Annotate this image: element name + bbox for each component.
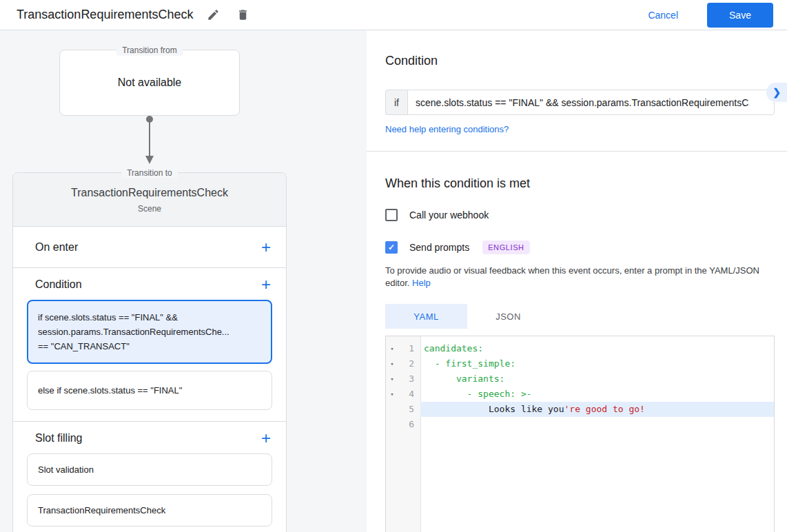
condition-editor-section: Condition if Need help entering conditio… (367, 30, 787, 135)
edit-scene-button[interactable] (204, 6, 223, 24)
editor-line: ▾4 - speech: >- (386, 387, 774, 402)
editor-line: ▾3 variants: (386, 371, 774, 387)
line-number: 5 (398, 402, 420, 417)
fold-arrow-icon[interactable]: ▾ (386, 387, 398, 402)
scene-name: TransactionRequirementsCheck (13, 187, 286, 199)
editor-line: ▾1candidates: (386, 341, 774, 356)
arrow-down-icon (141, 116, 158, 165)
fold-arrow-icon[interactable]: ▾ (386, 371, 398, 387)
delete-scene-button[interactable] (234, 6, 252, 24)
on-enter-label: On enter (35, 241, 78, 254)
slot-card-list: Slot validationTransactionRequirementsCh… (13, 453, 286, 532)
condition-help-link[interactable]: Need help entering conditions? (385, 124, 509, 134)
transition-from-box: Transition from Not available (59, 50, 240, 116)
line-number: 2 (398, 356, 420, 371)
send-prompts-row: ✓ Send prompts ENGLISH (385, 241, 775, 254)
code-line: variants: (420, 371, 774, 387)
fold-arrow-icon[interactable]: ▾ (386, 341, 398, 356)
language-badge: ENGLISH (482, 241, 530, 254)
condition-section: Condition + if scene.slots.status == "FI… (13, 268, 286, 422)
add-condition-button[interactable]: + (261, 277, 271, 292)
line-number: 3 (398, 371, 420, 387)
scene-type-label: Scene (13, 204, 286, 214)
transition-from-legend: Transition from (116, 45, 183, 56)
condition-section-label: Condition (35, 278, 82, 291)
slot-filling-card[interactable]: Slot validation (27, 453, 272, 486)
prompt-helper-text: To provide audio or visual feedback when… (385, 265, 775, 289)
slot-filling-section: Slot filling + Slot validationTransactio… (13, 422, 286, 532)
scene-diagram-panel: Transition from Not available Transition… (0, 30, 367, 532)
code-editor[interactable]: ▾1candidates:▾2 - first_simple:▾3 varian… (385, 336, 775, 532)
code-line (420, 417, 774, 432)
if-prefix-label: if (385, 90, 407, 115)
fold-arrow-icon[interactable]: ▾ (386, 356, 398, 371)
check-icon: ✓ (388, 243, 395, 252)
cancel-button[interactable]: Cancel (644, 9, 682, 21)
main-content: Transition from Not available Transition… (0, 30, 787, 532)
slot-filling-section-label: Slot filling (35, 432, 82, 444)
line-number: 1 (398, 341, 420, 356)
transition-from-value: Not available (118, 76, 182, 89)
send-prompts-label: Send prompts (409, 242, 469, 253)
code-line: - first_simple: (420, 356, 774, 371)
condition-card[interactable]: else if scene.slots.status == "FINAL" (27, 371, 272, 410)
chevron-right-icon: ❯ (773, 87, 781, 98)
when-met-heading: When this condition is met (385, 176, 775, 191)
webhook-label: Call your webhook (409, 209, 489, 221)
condition-card-list: if scene.slots.status == "FINAL" &&sessi… (13, 300, 286, 421)
add-slot-button[interactable]: + (261, 431, 271, 446)
condition-expression-input[interactable] (407, 90, 775, 115)
editor-line: 6 (386, 417, 774, 432)
collapse-panel-button[interactable]: ❯ (766, 83, 787, 102)
help-link[interactable]: Help (412, 278, 431, 288)
code-line: candidates: (420, 341, 774, 356)
transition-arrow (141, 116, 158, 165)
scene-card: Transition to TransactionRequirementsChe… (12, 172, 287, 532)
header: TransactionRequirementsCheck Cancel Save (0, 0, 787, 30)
editor-line: 5 Looks like you're good to go! (386, 402, 774, 417)
slot-filling-card[interactable]: TransactionRequirementsCheck (27, 494, 272, 526)
editor-line: ▾2 - first_simple: (386, 356, 774, 371)
add-on-enter-button[interactable]: + (261, 240, 271, 255)
webhook-row: Call your webhook (385, 209, 775, 221)
tab-yaml[interactable]: YAML (385, 304, 467, 329)
line-number: 4 (398, 387, 420, 402)
condition-heading: Condition (385, 54, 775, 68)
when-condition-met-section: When this condition is met Call your web… (367, 152, 787, 532)
condition-detail-panel: ❯ Condition if Need help entering condit… (367, 30, 787, 532)
page-title: TransactionRequirementsCheck (17, 8, 193, 22)
fold-spacer (386, 417, 398, 432)
save-button[interactable]: Save (707, 3, 773, 28)
pencil-icon (207, 8, 220, 21)
scene-card-header[interactable]: TransactionRequirementsCheck Scene (13, 173, 286, 227)
fold-spacer (386, 402, 398, 417)
editor-tabs: YAMLJSON (385, 304, 775, 329)
condition-card-selected[interactable]: if scene.slots.status == "FINAL" &&sessi… (27, 300, 272, 364)
webhook-checkbox[interactable] (385, 209, 398, 221)
tab-json[interactable]: JSON (467, 304, 549, 329)
transition-to-legend: Transition to (121, 167, 178, 178)
on-enter-section: On enter + (13, 227, 286, 268)
condition-expression-row: if (385, 90, 775, 115)
line-number: 6 (398, 417, 420, 432)
trash-icon (236, 8, 249, 21)
code-line: Looks like you're good to go! (420, 402, 774, 417)
code-line: - speech: >- (420, 387, 774, 402)
send-prompts-checkbox[interactable]: ✓ (385, 241, 398, 254)
